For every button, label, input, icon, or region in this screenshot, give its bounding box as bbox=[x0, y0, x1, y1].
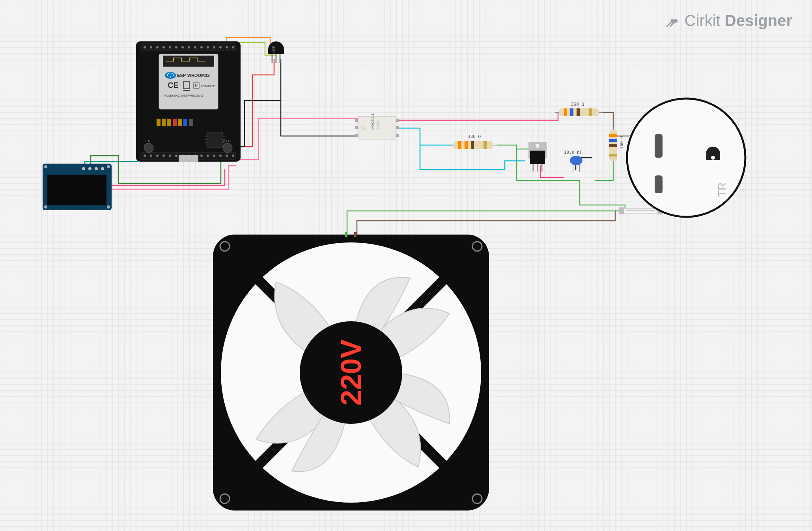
svg-rect-122 bbox=[619, 207, 624, 214]
svg-point-6 bbox=[88, 167, 91, 170]
svg-point-29 bbox=[226, 46, 228, 48]
svg-point-24 bbox=[194, 46, 196, 48]
svg-point-28 bbox=[219, 46, 222, 48]
svg-rect-108 bbox=[609, 134, 617, 137]
svg-point-36 bbox=[175, 155, 177, 157]
svg-point-11 bbox=[44, 205, 47, 209]
svg-point-129 bbox=[711, 156, 715, 160]
svg-point-8 bbox=[101, 167, 104, 170]
svg-point-31 bbox=[144, 155, 146, 157]
svg-point-49 bbox=[170, 76, 171, 78]
ac-fan-220v[interactable]: 220V bbox=[213, 232, 489, 511]
svg-point-19 bbox=[162, 46, 165, 48]
triac[interactable] bbox=[528, 142, 547, 171]
oled-display[interactable] bbox=[43, 164, 112, 210]
svg-rect-111 bbox=[609, 154, 617, 157]
svg-point-33 bbox=[156, 155, 159, 157]
svg-rect-60 bbox=[178, 119, 182, 126]
lm35-sensor[interactable]: LM35 bbox=[268, 41, 284, 63]
svg-rect-62 bbox=[189, 119, 193, 126]
svg-point-12 bbox=[107, 205, 110, 209]
svg-rect-90 bbox=[396, 134, 399, 137]
svg-point-43 bbox=[219, 155, 222, 157]
svg-rect-86 bbox=[355, 126, 358, 129]
esp-marking1: 205-00051 bbox=[201, 84, 216, 88]
svg-point-22 bbox=[181, 46, 184, 48]
svg-point-26 bbox=[207, 46, 209, 48]
svg-point-119 bbox=[570, 156, 582, 165]
r1-label: 330 Ω bbox=[468, 134, 481, 139]
svg-rect-88 bbox=[396, 119, 399, 122]
esp-module-label: ESP-WROOM32 bbox=[177, 73, 210, 78]
svg-rect-87 bbox=[355, 134, 358, 137]
circuit-canvas[interactable]: ESP-WROOM32 CE R 205-00051 FCCID:2AC7Z5E… bbox=[0, 0, 812, 531]
svg-point-18 bbox=[156, 46, 159, 48]
svg-point-40 bbox=[200, 155, 203, 157]
svg-point-16 bbox=[144, 46, 146, 48]
resistor-360-top[interactable] bbox=[555, 108, 603, 116]
svg-rect-102 bbox=[570, 108, 573, 116]
resistor-360-vert[interactable] bbox=[609, 127, 617, 164]
r2-label: 360 Ω bbox=[571, 102, 584, 107]
svg-point-20 bbox=[169, 46, 171, 48]
svg-rect-127 bbox=[655, 134, 663, 158]
svg-point-7 bbox=[95, 167, 98, 170]
svg-rect-104 bbox=[589, 108, 592, 116]
svg-rect-103 bbox=[577, 108, 580, 116]
svg-point-25 bbox=[200, 46, 203, 48]
svg-point-17 bbox=[150, 46, 152, 48]
fan-voltage-label: 220V bbox=[335, 339, 367, 406]
svg-rect-3 bbox=[47, 175, 106, 205]
resistor-330[interactable] bbox=[450, 141, 497, 149]
svg-text:V1460: V1460 bbox=[376, 120, 379, 130]
svg-point-30 bbox=[232, 46, 234, 48]
svg-point-9 bbox=[44, 165, 47, 168]
svg-text:LM35: LM35 bbox=[272, 45, 275, 52]
svg-point-27 bbox=[213, 46, 215, 48]
esp-marking2: FCCID:2AC7Z5ESPWROOM32 bbox=[164, 94, 203, 97]
svg-point-64 bbox=[144, 143, 153, 153]
svg-rect-56 bbox=[157, 119, 161, 126]
svg-rect-63 bbox=[179, 155, 198, 162]
optocoupler-moc3041[interactable]: MOC3041 V1460 bbox=[355, 114, 399, 139]
svg-point-23 bbox=[188, 46, 190, 48]
svg-rect-96 bbox=[471, 141, 474, 149]
svg-point-34 bbox=[162, 155, 165, 157]
svg-rect-128 bbox=[655, 175, 663, 193]
svg-rect-101 bbox=[564, 108, 567, 116]
svg-rect-142 bbox=[354, 232, 357, 237]
svg-rect-61 bbox=[183, 119, 187, 126]
svg-rect-59 bbox=[173, 119, 177, 126]
svg-point-44 bbox=[226, 155, 228, 157]
svg-point-21 bbox=[175, 46, 177, 48]
svg-rect-141 bbox=[345, 232, 347, 237]
svg-rect-68 bbox=[207, 132, 223, 148]
svg-point-10 bbox=[107, 165, 110, 168]
svg-text:R: R bbox=[195, 84, 198, 88]
svg-text:EN: EN bbox=[146, 139, 151, 143]
svg-point-42 bbox=[213, 155, 215, 157]
opto-label: MOC3041 bbox=[371, 114, 375, 130]
svg-point-114 bbox=[536, 144, 539, 148]
svg-text:CE: CE bbox=[168, 81, 179, 89]
svg-point-45 bbox=[232, 155, 234, 157]
svg-point-126 bbox=[627, 99, 745, 217]
svg-point-41 bbox=[207, 155, 209, 157]
svg-rect-109 bbox=[609, 139, 617, 142]
svg-point-5 bbox=[82, 167, 85, 170]
svg-rect-58 bbox=[167, 119, 171, 126]
svg-rect-85 bbox=[355, 119, 358, 122]
svg-rect-110 bbox=[609, 144, 617, 147]
ac-outlet[interactable]: TR bbox=[627, 99, 745, 217]
svg-rect-95 bbox=[465, 141, 468, 149]
svg-rect-89 bbox=[396, 126, 399, 129]
outlet-label: TR bbox=[716, 183, 728, 197]
cap-label: 10.0 nF bbox=[564, 150, 582, 155]
svg-point-35 bbox=[169, 155, 171, 157]
svg-rect-97 bbox=[483, 141, 487, 149]
r3-label: 360 Ω bbox=[619, 136, 624, 149]
esp32-board[interactable]: ESP-WROOM32 CE R 205-00051 FCCID:2AC7Z5E… bbox=[136, 41, 241, 162]
svg-rect-94 bbox=[458, 141, 461, 149]
svg-point-66 bbox=[223, 143, 232, 153]
svg-point-32 bbox=[150, 155, 152, 157]
